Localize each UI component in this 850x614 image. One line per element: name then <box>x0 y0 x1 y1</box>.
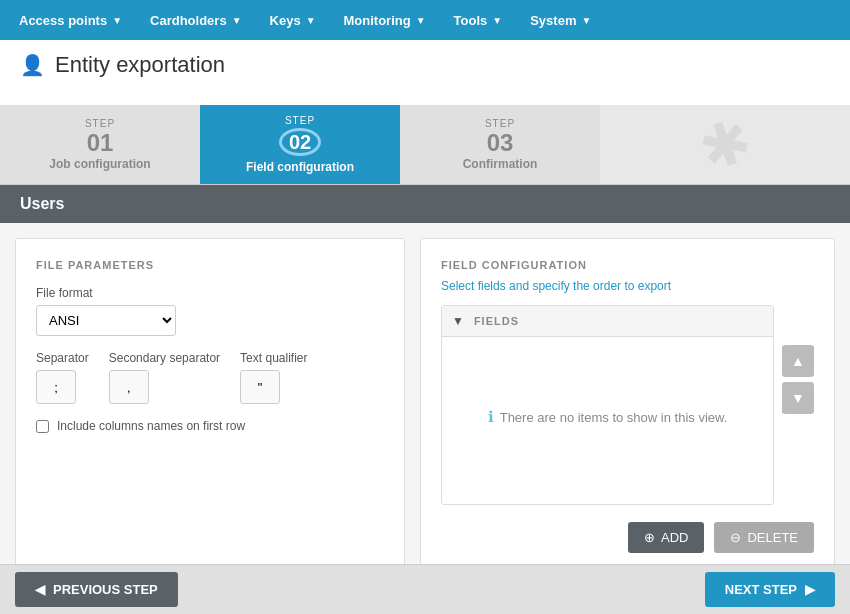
delete-button-label: DELETE <box>747 530 798 545</box>
separator-input[interactable] <box>36 370 76 404</box>
nav-keys-label: Keys <box>270 13 301 28</box>
nav-system-chevron-icon: ▼ <box>581 15 591 26</box>
info-icon: ℹ <box>488 408 494 426</box>
nav-keys-chevron-icon: ▼ <box>306 15 316 26</box>
text-qualifier-group: Text qualifier <box>240 351 307 404</box>
nav-access-points-chevron-icon: ▼ <box>112 15 122 26</box>
panels-row: FILE PARAMETERS File format ANSI UTF-8 U… <box>0 223 850 589</box>
secondary-separator-input[interactable] <box>109 370 149 404</box>
secondary-separator-group: Secondary separator <box>109 351 220 404</box>
nav-cardholders-chevron-icon: ▼ <box>232 15 242 26</box>
add-button[interactable]: ⊕ ADD <box>628 522 704 553</box>
bottom-navigation: ◀ PREVIOUS STEP NEXT STEP ▶ <box>0 564 850 614</box>
move-up-button[interactable]: ▲ <box>782 345 814 377</box>
fields-table-area: ▼ FIELDS ℹ There are no items to show in… <box>441 305 814 505</box>
step-1-label-top: STEP <box>85 118 115 129</box>
include-columns-label[interactable]: Include columns names on first row <box>57 419 245 433</box>
page-title-area: 👤 Entity exportation <box>0 40 850 105</box>
text-qualifier-input[interactable] <box>240 370 280 404</box>
next-step-button[interactable]: NEXT STEP ▶ <box>705 572 835 607</box>
field-configuration-panel: FIELD CONFIGURATION Select fields and sp… <box>420 238 835 574</box>
step-decoration: ✱ <box>600 105 850 184</box>
separator-label: Separator <box>36 351 89 365</box>
prev-arrow-icon: ◀ <box>35 582 45 597</box>
nav-item-system[interactable]: System ▼ <box>516 0 605 40</box>
file-params-title: FILE PARAMETERS <box>36 259 384 271</box>
nav-monitoring-label: Monitoring <box>344 13 411 28</box>
delete-icon: ⊖ <box>730 530 741 545</box>
move-down-button[interactable]: ▼ <box>782 382 814 414</box>
previous-step-label: PREVIOUS STEP <box>53 582 158 597</box>
step-1-name: Job configuration <box>49 157 150 171</box>
nav-item-cardholders[interactable]: Cardholders ▼ <box>136 0 255 40</box>
steps-container: STEP 01 Job configuration STEP 02 Field … <box>0 105 850 185</box>
nav-tools-label: Tools <box>454 13 488 28</box>
step-1-number: 01 <box>87 131 114 155</box>
nav-item-access-points[interactable]: Access points ▼ <box>5 0 136 40</box>
fields-empty-message-area: ℹ There are no items to show in this vie… <box>442 337 773 497</box>
separator-group: Separator <box>36 351 89 404</box>
text-qualifier-label: Text qualifier <box>240 351 307 365</box>
top-navigation: Access points ▼ Cardholders ▼ Keys ▼ Mon… <box>0 0 850 40</box>
nav-item-keys[interactable]: Keys ▼ <box>256 0 330 40</box>
fields-empty-message: There are no items to show in this view. <box>500 410 728 425</box>
file-parameters-panel: FILE PARAMETERS File format ANSI UTF-8 U… <box>15 238 405 574</box>
entity-export-icon: 👤 <box>20 53 45 77</box>
section-header: Users <box>0 185 850 223</box>
step-3-name: Confirmation <box>463 157 538 171</box>
fields-column-label: FIELDS <box>474 315 519 327</box>
nav-item-monitoring[interactable]: Monitoring ▼ <box>330 0 440 40</box>
step-3-number: 03 <box>487 131 514 155</box>
nav-item-tools[interactable]: Tools ▼ <box>440 0 517 40</box>
fields-expand-icon: ▼ <box>452 314 464 328</box>
nav-cardholders-label: Cardholders <box>150 13 227 28</box>
next-step-label: NEXT STEP <box>725 582 797 597</box>
previous-step-button[interactable]: ◀ PREVIOUS STEP <box>15 572 178 607</box>
action-buttons-row: ⊕ ADD ⊖ DELETE <box>441 522 814 553</box>
nav-system-label: System <box>530 13 576 28</box>
secondary-separator-label: Secondary separator <box>109 351 220 365</box>
include-columns-checkbox[interactable] <box>36 420 49 433</box>
nav-monitoring-chevron-icon: ▼ <box>416 15 426 26</box>
field-config-title: FIELD CONFIGURATION <box>441 259 814 271</box>
step-2-label-top: STEP <box>285 115 315 126</box>
step-2-name: Field configuration <box>246 160 354 174</box>
fields-table-header: ▼ FIELDS <box>442 306 773 337</box>
add-icon: ⊕ <box>644 530 655 545</box>
step-1[interactable]: STEP 01 Job configuration <box>0 105 200 184</box>
arrow-buttons: ▲ ▼ <box>782 305 814 505</box>
add-button-label: ADD <box>661 530 688 545</box>
field-config-description: Select fields and specify the order to e… <box>441 279 814 293</box>
file-format-label: File format <box>36 286 384 300</box>
step-3[interactable]: STEP 03 Confirmation <box>400 105 600 184</box>
step-2-number: 02 <box>279 128 321 156</box>
nav-tools-chevron-icon: ▼ <box>492 15 502 26</box>
nav-access-points-label: Access points <box>19 13 107 28</box>
file-format-select[interactable]: ANSI UTF-8 UTF-16 <box>36 305 176 336</box>
page-title: Entity exportation <box>55 52 225 78</box>
section-title: Users <box>20 195 64 212</box>
step-2[interactable]: STEP 02 Field configuration <box>200 105 400 184</box>
fields-table: ▼ FIELDS ℹ There are no items to show in… <box>441 305 774 505</box>
step-3-label-top: STEP <box>485 118 515 129</box>
magic-wand-icon: ✱ <box>690 105 761 184</box>
next-arrow-icon: ▶ <box>805 582 815 597</box>
include-columns-row: Include columns names on first row <box>36 419 384 433</box>
separators-row: Separator Secondary separator Text quali… <box>36 351 384 404</box>
file-format-group: File format ANSI UTF-8 UTF-16 <box>36 286 384 336</box>
delete-button[interactable]: ⊖ DELETE <box>714 522 814 553</box>
